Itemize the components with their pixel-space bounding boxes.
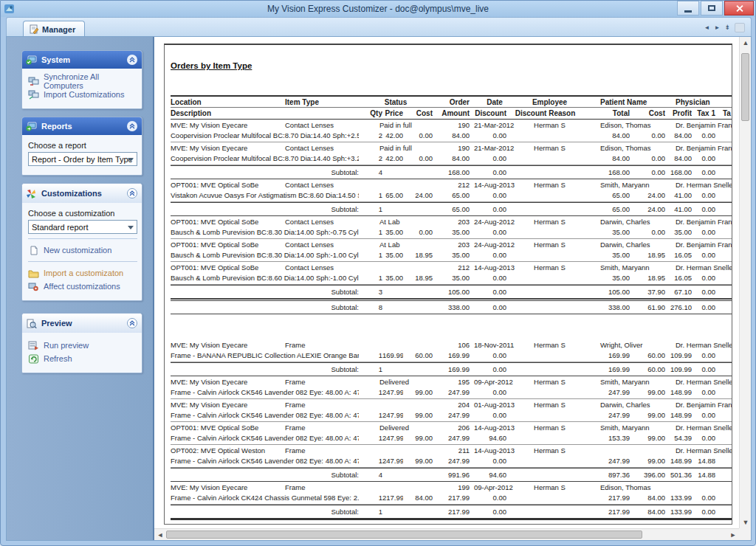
reports-icon [26, 122, 37, 131]
vertical-scrollbar[interactable]: ▲ ▼ [739, 37, 751, 528]
cell-total: 897.36 [584, 469, 630, 481]
cell-discount-reason [506, 273, 584, 283]
sidebar-item-run-preview[interactable]: Run preview [28, 339, 137, 352]
cell-total: 65.00 [584, 203, 630, 215]
cell-cost-2: 18.95 [630, 273, 665, 283]
sidebar-item-import-customizations[interactable]: Import Customizations [28, 88, 137, 101]
cell-location: OPT001: MVE Optical SoBe [171, 240, 285, 250]
cell-description: Frame - BANANA REPUBLIC Collection ALEXI… [171, 350, 359, 361]
cell-tax-2 [715, 301, 732, 314]
cell-tax-2 [715, 456, 732, 466]
col-employee: Employee [515, 97, 584, 107]
scroll-left-icon[interactable]: ◄ [154, 529, 166, 541]
cell-description: Vistakon Acuvue Oasys For Astigmatism BC… [171, 190, 359, 201]
scroll-up-icon[interactable]: ▲ [740, 37, 752, 49]
horizontal-scrollbar-thumb[interactable] [166, 531, 642, 539]
run-preview-icon [28, 341, 39, 350]
cell-cost: 0.00 [403, 153, 433, 164]
import-computers-icon [28, 90, 39, 100]
cell-tax-1: 0.00 [692, 301, 715, 314]
maximize-button[interactable] [701, 1, 723, 15]
cell-discount: 0.00 [470, 387, 506, 398]
cell-discount-reason [506, 227, 584, 238]
col-qty: Qty [359, 108, 382, 119]
sidebar-item-import-a-customization[interactable]: Import a customizaton [28, 266, 137, 280]
collapse-reports-icon[interactable] [127, 121, 137, 131]
group-preview-header[interactable]: Preview [22, 314, 142, 333]
cell-qty: 1 [359, 433, 382, 443]
vertical-scrollbar-thumb[interactable] [741, 53, 749, 121]
col-physician: Physician [665, 97, 732, 107]
subtotal-label: Subtotal: [171, 166, 359, 179]
cell-date: 09-Apr-2012 [470, 483, 515, 493]
report-select[interactable]: Report - Order by Item Type [28, 152, 137, 166]
cell-amount: 247.99 [433, 410, 470, 421]
cell-cost-2: 0.00 [630, 131, 665, 141]
scroll-down-icon[interactable]: ▼ [740, 516, 752, 528]
cell-discount-reason [506, 493, 584, 503]
collapse-system-icon[interactable] [127, 55, 137, 65]
horizontal-scrollbar[interactable]: ◄ ► [154, 528, 739, 540]
group-system-header[interactable]: System [22, 51, 142, 69]
cell-qty: 1 [359, 203, 382, 215]
sidebar-item-new-customization[interactable]: New customization [28, 243, 137, 257]
cell-cost [403, 203, 433, 215]
tab-scroll-right-icon[interactable]: ► [715, 25, 721, 31]
cell-order: 190 [433, 120, 470, 131]
cell-qty: 1 [359, 410, 382, 421]
cell-total: 247.99 [584, 410, 630, 421]
cell-tax-1: 0.00 [692, 387, 715, 398]
sidebar-item-refresh[interactable]: Refresh [28, 352, 137, 365]
close-button[interactable] [724, 1, 754, 15]
cell-order: 199 [433, 483, 470, 493]
tab-manager[interactable]: Manager [23, 21, 85, 37]
system-icon [26, 55, 37, 65]
cell-date: 09-Apr-2012 [470, 377, 515, 387]
cell-discount-reason [506, 301, 584, 314]
group-reports-header[interactable]: Reports [22, 117, 142, 135]
choose-customization-label: Choose a customization [28, 209, 137, 218]
cell-tax-1: 0.00 [692, 190, 715, 201]
col-date: Date [470, 97, 515, 107]
scroll-right-icon[interactable]: ► [727, 529, 739, 541]
sidebar-item-affect-customizations[interactable]: Affect customizations [28, 280, 137, 293]
cell-total: 105.00 [584, 286, 630, 298]
cell-status: Paid in full [359, 143, 433, 153]
collapse-preview-icon[interactable] [127, 318, 137, 328]
tab-pin-icon[interactable]: ⇟ [724, 24, 730, 31]
cell-profit: 109.99 [665, 363, 692, 376]
cell-amount: 169.99 [433, 350, 470, 361]
cell-item-type: Frame [285, 423, 359, 433]
cell-qty: 8 [359, 301, 382, 314]
cell-employee: Herman S [515, 143, 584, 153]
tab-scroll-left-icon[interactable]: ◄ [704, 25, 710, 31]
cell-qty: 3 [359, 286, 382, 298]
sidebar-item-label: Run preview [44, 341, 89, 350]
cell-location: MVE: My Vision Eyecare [171, 377, 285, 387]
col-status: Status [359, 97, 433, 107]
cell-tax-1: 0.00 [692, 286, 715, 298]
cell-profit: 67.10 [665, 286, 692, 298]
report-page: Orders by Item Type Location Item Type S… [164, 44, 732, 525]
cell-profit: 148.99 [665, 410, 692, 421]
col-cost: Cost [403, 108, 433, 119]
cell-total: 35.00 [584, 273, 630, 283]
minimize-button[interactable] [677, 1, 699, 15]
subtotal-row: Subtotal:1169.990.00169.9960.00109.990.0… [171, 362, 732, 376]
customization-select[interactable]: Standard report [28, 220, 137, 234]
cell-patient-name: Edison, Thomas [584, 483, 665, 493]
cell-description: Bausch & Lomb Purevision BC:8.30 Dia:14.… [171, 250, 359, 260]
subtotal-row: Subtotal:3105.000.00105.0037.9067.100.00 [171, 285, 732, 299]
cell-price [382, 301, 403, 314]
cell-discount-reason [506, 286, 584, 298]
collapse-customizations-icon[interactable] [127, 188, 137, 198]
cell-patient-name: Smith, Maryann [584, 423, 665, 433]
group-customizations-header[interactable]: Customizations [22, 184, 142, 203]
cell-discount: 0.00 [470, 286, 506, 298]
cell-total: 247.99 [584, 387, 630, 398]
sidebar-item-synchronize-all-computers[interactable]: Synchronize All Computers [28, 75, 137, 88]
tab-manager-label: Manager [42, 25, 75, 34]
cell-date: 14-Aug-2013 [470, 446, 515, 456]
sidebar-item-label: Affect customizations [44, 282, 120, 291]
cell-physician: Dr. Benjamin Frankl [665, 120, 732, 131]
